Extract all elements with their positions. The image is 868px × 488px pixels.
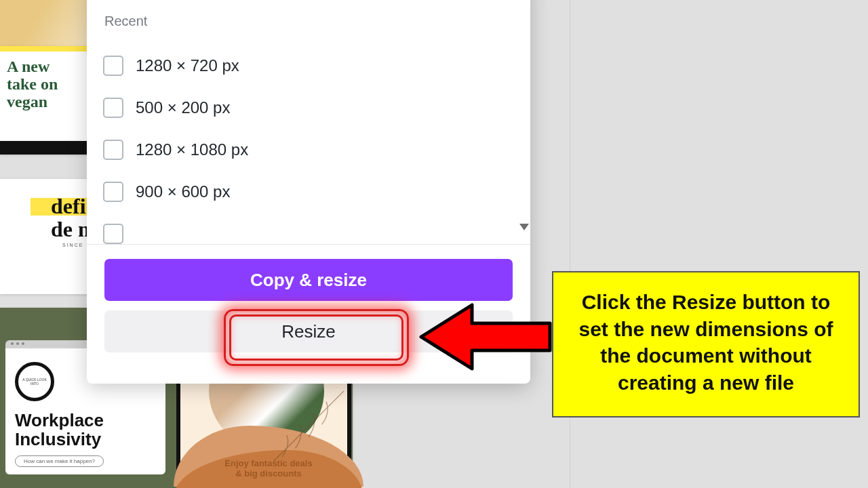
scroll-down-icon[interactable] bbox=[519, 224, 529, 230]
size-label: 500 × 200 px bbox=[136, 98, 230, 117]
workplace-badge: A QUICK LOOK INTO bbox=[15, 362, 54, 401]
size-label: 900 × 600 px bbox=[136, 182, 230, 201]
checkbox-icon[interactable] bbox=[103, 56, 123, 76]
size-label: 868 × 488 px bbox=[136, 56, 239, 75]
size-option-row[interactable]: 1280 × 1080 px bbox=[103, 129, 517, 171]
size-option-row[interactable]: 868 × 488 px bbox=[103, 45, 517, 87]
thumbnail-oats[interactable] bbox=[0, 0, 88, 47]
vegan-text: A newtake onvegan bbox=[0, 52, 88, 111]
tutorial-callout: Click the Resize button to set the new d… bbox=[552, 271, 860, 418]
defi-subtext: SINCE bbox=[62, 243, 83, 247]
size-option-row[interactable]: 900 × 600 px bbox=[103, 171, 517, 213]
checkbox-icon[interactable] bbox=[103, 182, 123, 202]
copy-resize-label: Copy & resize bbox=[250, 270, 367, 291]
recent-heading: Recent bbox=[104, 14, 147, 29]
workplace-cta: How can we make it happen? bbox=[15, 455, 104, 467]
callout-text: Click the Resize button to set the new d… bbox=[578, 291, 833, 394]
thumbnail-vegan[interactable]: A newtake onvegan bbox=[0, 46, 88, 141]
size-label: 1280 × 1080 px bbox=[136, 140, 248, 159]
checkbox-icon[interactable] bbox=[103, 224, 123, 244]
checkbox-icon[interactable] bbox=[103, 140, 123, 160]
tote-text: Enjoy fantastic deals& big discounts bbox=[194, 459, 343, 479]
leaf-decoration-icon bbox=[264, 382, 353, 470]
thumbnail-dark[interactable] bbox=[0, 141, 88, 155]
checkbox-icon[interactable] bbox=[103, 98, 123, 118]
size-option-row[interactable]: 500 × 200 px bbox=[103, 87, 517, 129]
size-options-list: 868 × 488 px 500 × 200 px 1280 × 1080 p… bbox=[103, 45, 517, 245]
workplace-title: WorkplaceInclusivity bbox=[15, 411, 104, 449]
resize-dropdown-panel: Recent 868 × 488 px 500 × 200 px 1280 ×… bbox=[87, 0, 530, 384]
resize-button[interactable]: Resize bbox=[104, 310, 513, 352]
resize-label: Resize bbox=[281, 321, 335, 342]
size-option-row[interactable] bbox=[103, 213, 517, 245]
copy-and-resize-button[interactable]: Copy & resize bbox=[104, 259, 513, 301]
